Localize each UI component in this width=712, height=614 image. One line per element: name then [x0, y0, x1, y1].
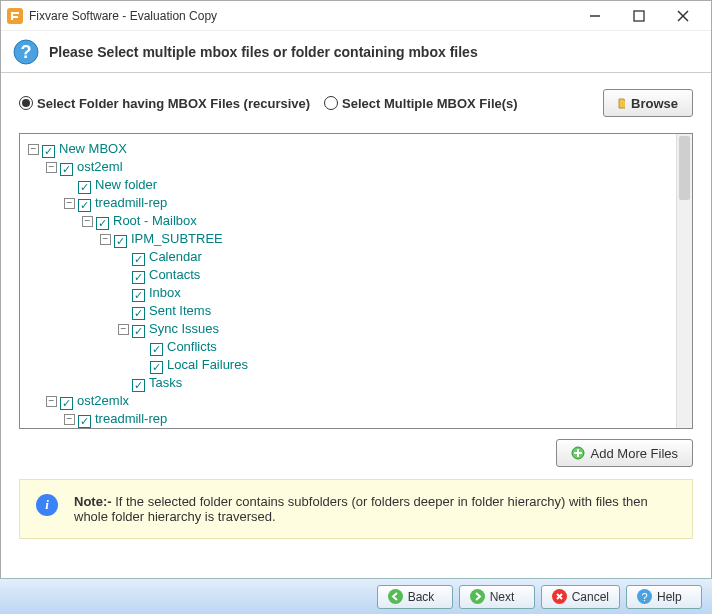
maximize-button[interactable]	[617, 2, 661, 30]
svg-text:?: ?	[21, 42, 32, 62]
tree-node-label: New MBOX	[59, 141, 127, 156]
checkbox-icon[interactable]: ✓	[60, 163, 73, 176]
radio-label-multiple: Select Multiple MBOX File(s)	[342, 96, 518, 111]
tree-node[interactable]: −✓IPM_SUBTREE	[24, 230, 688, 248]
cancel-label: Cancel	[572, 590, 609, 604]
expand-toggle-icon[interactable]: −	[118, 324, 129, 335]
radio-label-folder: Select Folder having MBOX Files (recursi…	[37, 96, 310, 111]
tree-node-label: IPM_SUBTREE	[131, 231, 223, 246]
checkbox-icon[interactable]: ✓	[132, 379, 145, 392]
svg-rect-2	[634, 11, 644, 21]
tree-node-label: Sent Items	[149, 303, 211, 318]
tree-node[interactable]: ✓Local Failures	[24, 356, 688, 374]
next-button[interactable]: Next	[459, 585, 535, 609]
radio-icon	[324, 96, 338, 110]
tree-scrollbar[interactable]	[676, 134, 692, 428]
close-button[interactable]	[661, 2, 705, 30]
expand-toggle-icon[interactable]: −	[46, 396, 57, 407]
tree-node-label: Root - Mailbox	[113, 213, 197, 228]
add-more-files-button[interactable]: Add More Files	[556, 439, 693, 467]
tree-node[interactable]: ✓Contacts	[24, 266, 688, 284]
tree-node[interactable]: −✓treadmill-rep	[24, 410, 688, 428]
expand-toggle-icon[interactable]: −	[64, 414, 75, 425]
checkbox-icon[interactable]: ✓	[60, 397, 73, 410]
cancel-x-icon	[552, 589, 567, 604]
tree-node[interactable]: ✓Conflicts	[24, 338, 688, 356]
expand-toggle-icon[interactable]: −	[28, 144, 39, 155]
tree-node-label: Local Failures	[167, 357, 248, 372]
checkbox-icon[interactable]: ✓	[78, 181, 91, 194]
help-q-icon: ?	[637, 589, 652, 604]
checkbox-icon[interactable]: ✓	[114, 235, 127, 248]
app-icon	[7, 8, 23, 24]
next-label: Next	[490, 590, 515, 604]
back-arrow-icon	[388, 589, 403, 604]
add-more-label: Add More Files	[591, 446, 678, 461]
tree-node-label: Inbox	[149, 285, 181, 300]
tree-node-label: treadmill-rep	[95, 195, 167, 210]
tree-node[interactable]: −✓New MBOX	[24, 140, 688, 158]
tree-node[interactable]: −✓treadmill-rep	[24, 194, 688, 212]
tree-node-label: Sync Issues	[149, 321, 219, 336]
radio-select-multiple[interactable]: Select Multiple MBOX File(s)	[324, 96, 518, 111]
tree-node-label: Tasks	[149, 375, 182, 390]
tree-node[interactable]: ✓Calendar	[24, 248, 688, 266]
tree-node-label: ost2eml	[77, 159, 123, 174]
footer-bar: Back Next Cancel ? Help	[0, 578, 712, 614]
note-bold: Note:-	[74, 494, 112, 509]
tree-node-label: Calendar	[149, 249, 202, 264]
help-button[interactable]: ? Help	[626, 585, 702, 609]
expand-toggle-icon[interactable]: −	[82, 216, 93, 227]
window-title: Fixvare Software - Evaluation Copy	[29, 9, 573, 23]
radio-icon	[19, 96, 33, 110]
question-icon: ?	[13, 39, 39, 65]
tree-node[interactable]: −✓ost2emlx	[24, 392, 688, 410]
info-icon: i	[36, 494, 58, 516]
add-more-row: Add More Files	[1, 429, 711, 475]
header-text: Please Select multiple mbox files or fol…	[49, 44, 478, 60]
tree-node-label: Conflicts	[167, 339, 217, 354]
help-label: Help	[657, 590, 682, 604]
tree-node[interactable]: ✓Sent Items	[24, 302, 688, 320]
checkbox-icon[interactable]: ✓	[78, 415, 91, 428]
expand-toggle-icon[interactable]: −	[64, 198, 75, 209]
checkbox-icon[interactable]: ✓	[132, 253, 145, 266]
checkbox-icon[interactable]: ✓	[132, 325, 145, 338]
checkbox-icon[interactable]: ✓	[42, 145, 55, 158]
note-text: Note:- If the selected folder contains s…	[74, 494, 676, 524]
checkbox-icon[interactable]: ✓	[132, 271, 145, 284]
header-row: ? Please Select multiple mbox files or f…	[1, 31, 711, 73]
checkbox-icon[interactable]: ✓	[78, 199, 91, 212]
tree-node-label: treadmill-rep	[95, 411, 167, 426]
tree-container: −✓New MBOX−✓ost2eml✓New folder−✓treadmil…	[19, 133, 693, 429]
scrollbar-thumb[interactable]	[679, 136, 690, 200]
tree-node[interactable]: −✓ost2eml	[24, 158, 688, 176]
tree-node[interactable]: −✓Root - Mailbox	[24, 212, 688, 230]
checkbox-icon[interactable]: ✓	[150, 361, 163, 374]
checkbox-icon[interactable]: ✓	[150, 343, 163, 356]
checkbox-icon[interactable]: ✓	[96, 217, 109, 230]
folder-tree[interactable]: −✓New MBOX−✓ost2eml✓New folder−✓treadmil…	[20, 134, 692, 428]
note-body: If the selected folder contains subfolde…	[74, 494, 648, 524]
tree-node-label: ost2emlx	[77, 393, 129, 408]
tree-node[interactable]: −✓Sync Issues	[24, 320, 688, 338]
checkbox-icon[interactable]: ✓	[132, 289, 145, 302]
browse-button[interactable]: Browse	[603, 89, 693, 117]
tree-node[interactable]: ✓Tasks	[24, 374, 688, 392]
tree-node-label: New folder	[95, 177, 157, 192]
cancel-button[interactable]: Cancel	[541, 585, 620, 609]
back-button[interactable]: Back	[377, 585, 453, 609]
tree-node-label: Contacts	[149, 267, 200, 282]
expand-toggle-icon[interactable]: −	[100, 234, 111, 245]
tree-node[interactable]: ✓New folder	[24, 176, 688, 194]
tree-node[interactable]: ✓Inbox	[24, 284, 688, 302]
selection-row: Select Folder having MBOX Files (recursi…	[1, 73, 711, 127]
checkbox-icon[interactable]: ✓	[132, 307, 145, 320]
folder-icon	[618, 96, 625, 110]
next-arrow-icon	[470, 589, 485, 604]
radio-select-folder[interactable]: Select Folder having MBOX Files (recursi…	[19, 96, 310, 111]
expand-toggle-icon[interactable]: −	[46, 162, 57, 173]
minimize-button[interactable]	[573, 2, 617, 30]
note-panel: i Note:- If the selected folder contains…	[19, 479, 693, 539]
plus-icon	[571, 446, 585, 460]
